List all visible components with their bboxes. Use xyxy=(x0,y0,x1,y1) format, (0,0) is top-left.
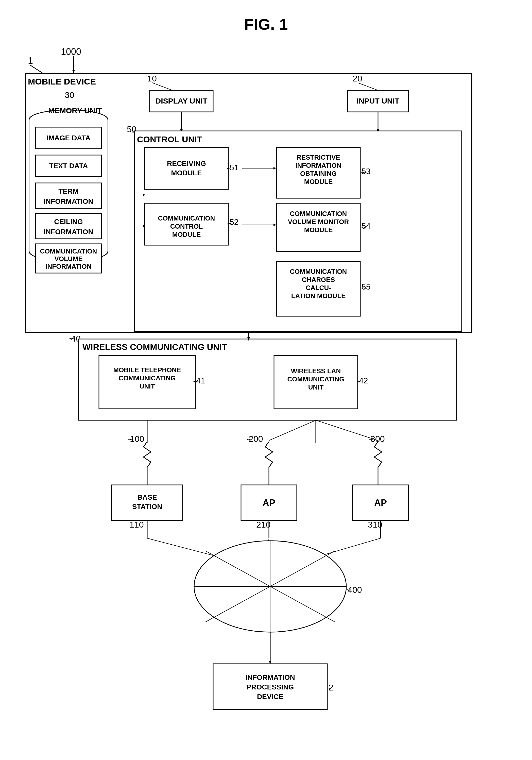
page: { "title": "FIG. 1", "labels": { "figure… xyxy=(0,0,532,760)
tilde-400: ~ xyxy=(346,585,351,594)
wireless-lan-label2: COMMUNICATING xyxy=(288,375,344,383)
input-unit-label: INPUT UNIT xyxy=(357,97,399,105)
ap1-label: AP xyxy=(263,498,275,508)
mobile-tel-label1: MOBILE TELEPHONE xyxy=(113,366,181,374)
tilde-300: ~ xyxy=(369,434,374,444)
ref-30-label: 30 xyxy=(65,90,74,100)
tilde-51: ~ xyxy=(227,164,232,173)
comm-charges-label2: CHARGES xyxy=(302,276,335,283)
comm-vol-info-label1: COMMUNICATION xyxy=(40,247,97,255)
fig-title: FIG. 1 xyxy=(20,15,512,33)
ref-20-label: 20 xyxy=(353,73,362,83)
memory-unit-label: MEMORY UNIT xyxy=(48,106,102,115)
tilde-42: ~ xyxy=(356,377,362,387)
comm-control-label1: COMMUNICATION xyxy=(158,214,215,222)
svg-line-29 xyxy=(269,420,316,441)
ref-10-label: 10 xyxy=(147,73,157,83)
tilde-53: ~ xyxy=(361,167,366,177)
comm-vol-monitor-label3: MODULE xyxy=(304,226,333,234)
tilde-41: ~ xyxy=(193,377,198,387)
mobile-tel-label3: UNIT xyxy=(140,382,155,390)
mobile-tel-label2: COMMUNICATING xyxy=(119,374,176,382)
svg-marker-1 xyxy=(72,70,75,73)
wireless-label: WIRELESS COMMUNICATING UNIT xyxy=(82,342,227,352)
term-info-label2: INFORMATION xyxy=(44,197,93,205)
ceiling-info-label2: INFORMATION xyxy=(44,228,93,236)
info-proc-label1: INFORMATION xyxy=(245,674,295,681)
ap2-label: AP xyxy=(374,498,387,508)
diagram-svg: 1000 1 MOBILE DEVICE 30 MEMORY UNIT IMAG… xyxy=(20,41,512,760)
wireless-lan-label1: WIRELESS LAN xyxy=(291,367,341,375)
tilde-55: ~ xyxy=(361,283,366,293)
comm-charges-label1: COMMUNICATION xyxy=(290,268,347,275)
tilde-54: ~ xyxy=(361,222,366,232)
comm-control-label3: MODULE xyxy=(172,231,201,238)
restrictive-info-label1: RESTRICTIVE xyxy=(296,154,340,161)
base-station-label2: STATION xyxy=(132,503,162,510)
base-station-label1: BASE xyxy=(137,493,157,501)
tilde-2: ~ xyxy=(327,683,332,693)
info-proc-label2: PROCESSING xyxy=(246,683,294,691)
tilde-40: ~ xyxy=(69,334,74,343)
comm-control-label2: CONTROL xyxy=(170,222,203,230)
restrictive-info-label3: OBTAINING xyxy=(300,170,337,177)
term-info-label1: TERM xyxy=(58,187,78,195)
display-unit-label: DISPLAY UNIT xyxy=(155,97,207,105)
receiving-module-box xyxy=(145,147,228,189)
ref-1000-label: 1000 xyxy=(61,46,81,57)
receiving-module-label1: RECEIVING xyxy=(167,160,206,167)
tilde-100: ~ xyxy=(128,434,133,444)
ceiling-info-label1: CEILING xyxy=(54,218,83,226)
tilde-52: ~ xyxy=(227,218,232,228)
ref-110-label: 110 xyxy=(129,520,144,529)
mobile-device-label: MOBILE DEVICE xyxy=(28,77,96,86)
comm-vol-info-label3: INFORMATION xyxy=(45,262,92,270)
comm-charges-label3: CALCU- xyxy=(306,284,331,292)
ref-210-label: 210 xyxy=(256,520,271,529)
restrictive-info-label2: INFORMATION xyxy=(295,162,341,169)
text-data-label: TEXT DATA xyxy=(49,162,88,170)
comm-vol-monitor-label1: COMMUNICATION xyxy=(290,210,347,217)
comm-charges-label4: LATION MODULE xyxy=(291,292,346,300)
restrictive-info-label4: MODULE xyxy=(304,178,333,185)
ref-1-label: 1 xyxy=(28,55,33,66)
info-proc-label3: DEVICE xyxy=(257,693,284,701)
image-data-label: IMAGE DATA xyxy=(46,134,90,142)
receiving-module-label2: MODULE xyxy=(171,169,202,177)
wireless-lan-label3: UNIT xyxy=(308,383,324,391)
ref-310-label: 310 xyxy=(368,520,382,529)
tilde-200: ~ xyxy=(247,434,252,444)
control-unit-label: CONTROL UNIT xyxy=(137,134,202,144)
mobile-tel-box xyxy=(99,356,195,409)
comm-vol-monitor-label2: VOLUME MONITOR xyxy=(288,218,349,226)
comm-vol-info-label2: VOLUME xyxy=(54,255,82,262)
